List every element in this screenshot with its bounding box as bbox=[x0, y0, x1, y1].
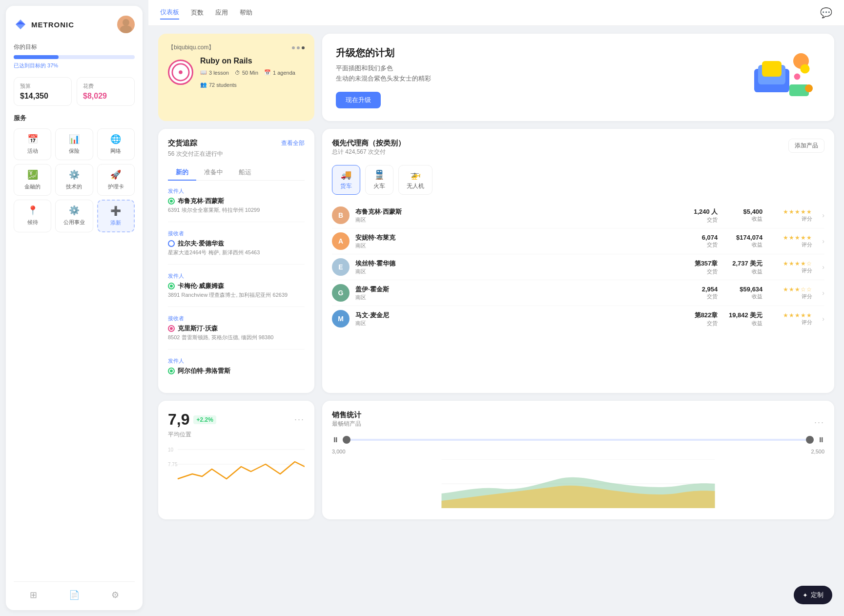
layers-icon[interactable]: ⊞ bbox=[30, 590, 37, 600]
document-icon[interactable]: 📄 bbox=[69, 590, 80, 600]
truck-label: 货车 bbox=[340, 182, 352, 190]
bottom-row: 7,9 +2.2% ··· 平均位置 10 7.75 bbox=[158, 401, 834, 519]
sender-name-4: 阿尔伯特·弗洛雷斯 bbox=[168, 367, 305, 375]
agent-arrow-1[interactable]: › bbox=[822, 237, 824, 245]
upgrade-illustration bbox=[742, 45, 821, 109]
agent-arrow-3[interactable]: › bbox=[822, 289, 824, 297]
agent-avatar-1: A bbox=[332, 232, 350, 250]
sender-label-4: 发件人 bbox=[168, 357, 305, 365]
stats-more-button[interactable]: ··· bbox=[294, 414, 305, 425]
agent-name-4: 马文·麦金尼 bbox=[355, 311, 673, 320]
nav-dashboard[interactable]: 仪表板 bbox=[160, 6, 179, 20]
upgrade-text: 升级您的计划 平面插图和我们多色 生动的未混合紫色头发女士的精彩 现在升级 bbox=[336, 46, 733, 108]
svg-point-9 bbox=[794, 74, 801, 80]
progress-bar-fill bbox=[14, 55, 59, 59]
sender-name-0: 布鲁克林·西蒙斯 bbox=[168, 197, 305, 205]
nav-apps[interactable]: 应用 bbox=[215, 6, 228, 19]
course-card: 【biqubiqu.com】 Ruby bbox=[158, 34, 314, 121]
status-blue-1 bbox=[168, 240, 175, 247]
receiver-name-1: 拉尔夫·爱德华兹 bbox=[168, 239, 305, 248]
service-item-insurance[interactable]: 📊 保险 bbox=[55, 128, 93, 160]
truck-icon: 🚚 bbox=[341, 169, 351, 180]
drone-icon: 🚁 bbox=[410, 169, 421, 180]
progress-bar-background bbox=[14, 55, 135, 59]
nav-pages[interactable]: 页数 bbox=[191, 6, 204, 19]
add-icon: ➕ bbox=[110, 205, 121, 216]
goal-section: 你的目标 已达到目标的 37% bbox=[14, 43, 135, 69]
service-item-add[interactable]: ➕ 添新 bbox=[97, 200, 135, 232]
logo-area: METRONIC bbox=[14, 18, 74, 31]
service-item-carecard[interactable]: 🚀 护理卡 bbox=[97, 164, 135, 196]
delivery-item-3: 接收者 克里斯汀·沃森 8502 普雷斯顿路, 英格尔伍德, 缅因州 98380 bbox=[168, 315, 305, 349]
sales-card: 销售统计 最畅销产品 ··· ⏸ ⏸ 3,000 2,500 bbox=[322, 401, 834, 519]
agent-transactions-2: 第357章 交货 bbox=[679, 259, 718, 275]
agent-arrow-0[interactable]: › bbox=[822, 211, 824, 219]
course-meta: 📖 3 lesson ⏱ 50 Min 📅 1 agenda 👥 72 stud… bbox=[200, 69, 305, 88]
slider-track[interactable] bbox=[343, 439, 814, 441]
agent-tab-train[interactable]: 🚆 火车 bbox=[365, 165, 393, 195]
add-product-button[interactable]: 添加产品 bbox=[788, 139, 824, 153]
agent-tab-drone[interactable]: 🚁 无人机 bbox=[398, 165, 432, 195]
waiting-label: 候待 bbox=[27, 219, 38, 226]
agent-avatar-4: M bbox=[332, 310, 350, 328]
delivery-tab-shipping[interactable]: 船运 bbox=[231, 165, 259, 181]
status-green-4 bbox=[168, 368, 175, 374]
sender-addr-0: 6391 埃尔全全塞莱斯, 特拉华州 10299 bbox=[168, 206, 305, 214]
delivery-subtitle: 56 次交付正在进行中 bbox=[168, 150, 305, 158]
nav-help[interactable]: 帮助 bbox=[240, 6, 252, 19]
service-item-activity[interactable]: 📅 活动 bbox=[14, 128, 51, 160]
slider-left-icon[interactable]: ⏸ bbox=[332, 436, 339, 444]
customize-icon: ✦ bbox=[803, 592, 808, 599]
top-nav: 仪表板 页数 应用 帮助 💬 bbox=[148, 0, 844, 26]
agent-avatar-3: G bbox=[332, 284, 350, 302]
customize-button[interactable]: ✦ 定制 bbox=[794, 586, 832, 604]
agent-tab-truck[interactable]: 🚚 货车 bbox=[332, 165, 360, 195]
user-avatar[interactable] bbox=[117, 16, 135, 33]
settings-icon[interactable]: ⚙ bbox=[111, 590, 119, 600]
agent-arrow-2[interactable]: › bbox=[822, 263, 824, 271]
services-grid: 📅 活动 📊 保险 🌐 网络 💹 金融的 ⚙️ 技术的 🚀 护理卡 📍 候待 ⚙ bbox=[14, 128, 135, 232]
agent-arrow-4[interactable]: › bbox=[822, 315, 824, 323]
agent-revenue-2: 2,737 美元 收益 bbox=[723, 259, 762, 275]
slider-right-icon[interactable]: ⏸ bbox=[818, 436, 824, 444]
stats-label: 平均位置 bbox=[168, 431, 305, 439]
agents-subtitle: 总计 424,567 次交付 bbox=[332, 148, 405, 156]
service-item-tech[interactable]: ⚙️ 技术的 bbox=[55, 164, 93, 196]
slider-right-thumb[interactable] bbox=[806, 436, 814, 444]
delivery-tab-new[interactable]: 新的 bbox=[168, 165, 196, 181]
svg-text:10: 10 bbox=[168, 447, 174, 452]
svg-rect-6 bbox=[762, 61, 782, 77]
sidebar-footer: ⊞ 📄 ⚙ bbox=[14, 581, 135, 600]
service-item-utility[interactable]: ⚙️ 公用事业 bbox=[55, 200, 93, 232]
rails-logo bbox=[171, 63, 190, 82]
course-info: Ruby on Rails 📖 3 lesson ⏱ 50 Min 📅 1 ag… bbox=[200, 57, 305, 88]
sender-label-0: 发件人 bbox=[168, 187, 305, 195]
delivery-tab-preparing[interactable]: 准备中 bbox=[196, 165, 231, 181]
stats-number: 7,9 +2.2% bbox=[168, 411, 216, 429]
agent-row-2: E 埃丝特·霍华德 南区 第357章 交货 2,737 美元 收益 ★★★★☆ bbox=[332, 254, 824, 280]
service-item-waiting[interactable]: 📍 候待 bbox=[14, 200, 51, 232]
chat-icon[interactable]: 💬 bbox=[820, 7, 832, 19]
upgrade-button[interactable]: 现在升级 bbox=[336, 92, 381, 108]
status-green-2 bbox=[168, 283, 175, 289]
agent-row-0: B 布鲁克林·西蒙斯 南区 1,240 人 交货 $5,400 收益 ★★★★ bbox=[332, 203, 824, 228]
utility-label: 公用事业 bbox=[63, 219, 85, 226]
service-item-network[interactable]: 🌐 网络 bbox=[97, 128, 135, 160]
finance-icon: 💹 bbox=[27, 169, 38, 180]
course-logo bbox=[168, 60, 193, 85]
delivery-link[interactable]: 查看全部 bbox=[281, 139, 305, 147]
insurance-label: 保险 bbox=[69, 147, 80, 155]
slider-value-row: 3,000 2,500 bbox=[332, 449, 824, 454]
agent-info-3: 盖伊·霍金斯 南区 bbox=[355, 285, 673, 301]
dot-1 bbox=[292, 46, 295, 49]
agent-row-4: M 马文·麦金尼 南区 第822章 交货 19,842 美元 收益 ★★★★★ bbox=[332, 306, 824, 331]
sales-title-block: 销售统计 最畅销产品 bbox=[332, 411, 361, 434]
service-item-finance[interactable]: 💹 金融的 bbox=[14, 164, 51, 196]
sales-more-button[interactable]: ··· bbox=[814, 417, 824, 428]
receiver-label-1: 接收者 bbox=[168, 230, 305, 237]
slider-left-thumb[interactable] bbox=[343, 436, 350, 444]
course-time: ⏱ 50 Min bbox=[235, 69, 258, 76]
sales-chart bbox=[332, 459, 824, 510]
delivery-tabs: 新的 准备中 船运 bbox=[168, 165, 305, 181]
svg-point-11 bbox=[805, 84, 813, 92]
